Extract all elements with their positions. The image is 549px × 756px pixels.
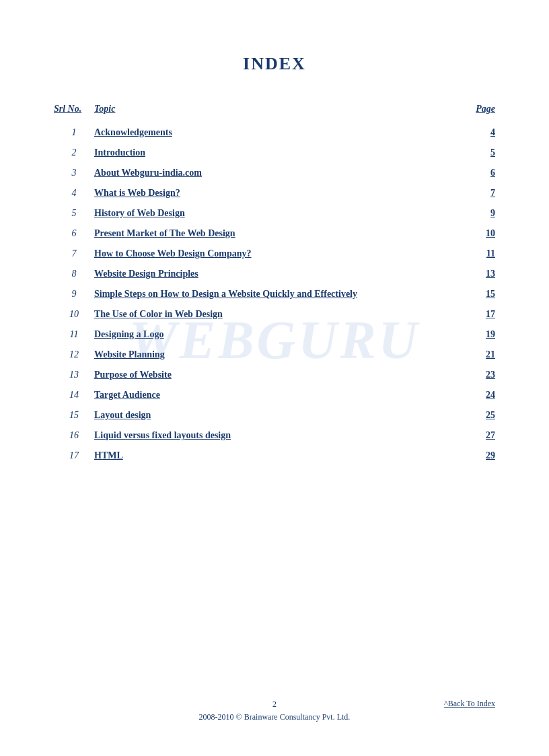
table-row: 5History of Web Design9 [54,203,495,224]
topic-cell: Website Planning [94,345,455,365]
table-row: 8Website Design Principles13 [54,264,495,284]
table-row: 16Liquid versus fixed layouts design27 [54,425,495,446]
page-cell: 23 [455,365,495,385]
srl-cell: 7 [54,244,94,264]
table-row: 13Purpose of Website23 [54,365,495,385]
page-cell: 19 [455,324,495,345]
page-link[interactable]: 24 [486,390,495,400]
page: WEBGURU INDEX Srl No. Topic Page 1Acknow… [0,0,549,756]
page-link[interactable]: 9 [490,208,495,218]
topic-cell: Target Audience [94,385,455,405]
srl-cell: 17 [54,446,94,466]
page-link[interactable]: 7 [490,188,495,198]
topic-link[interactable]: History of Web Design [94,208,185,218]
srl-cell: 11 [54,324,94,345]
table-row: 6Present Market of The Web Design10 [54,224,495,244]
page-link[interactable]: 15 [486,289,495,299]
topic-cell: Simple Steps on How to Design a Website … [94,284,455,304]
topic-link[interactable]: Present Market of The Web Design [94,228,235,238]
topic-link[interactable]: Acknowledgements [94,127,172,137]
srl-cell: 10 [54,304,94,324]
page-link[interactable]: 17 [486,309,495,319]
page-cell: 6 [455,163,495,183]
topic-link[interactable]: Simple Steps on How to Design a Website … [94,289,357,299]
topic-link[interactable]: Purpose of Website [94,370,172,380]
srl-cell: 15 [54,405,94,425]
page-cell: 10 [455,224,495,244]
table-row: 4What is Web Design?7 [54,183,495,203]
topic-cell: Purpose of Website [94,365,455,385]
srl-cell: 5 [54,203,94,224]
srl-cell: 14 [54,385,94,405]
topic-link[interactable]: What is Web Design? [94,188,180,198]
topic-link[interactable]: Target Audience [94,390,160,400]
topic-cell: What is Web Design? [94,183,455,203]
topic-cell: Layout design [94,405,455,425]
table-row: 10The Use of Color in Web Design17 [54,304,495,324]
page-cell: 17 [455,304,495,324]
topic-link[interactable]: Layout design [94,410,151,420]
table-row: 2Introduction5 [54,143,495,163]
topic-cell: HTML [94,446,455,466]
topic-link[interactable]: How to Choose Web Design Company? [94,248,252,259]
topic-link[interactable]: Website Planning [94,349,165,359]
page-link[interactable]: 25 [486,410,495,420]
table-row: 14Target Audience24 [54,385,495,405]
footer-page-number: 2 [0,699,549,710]
page-link[interactable]: 5 [490,147,495,158]
footer: 2 2008-2010 © Brainware Consultancy Pvt.… [0,699,549,722]
page-cell: 11 [455,244,495,264]
table-row: 15Layout design25 [54,405,495,425]
srl-cell: 12 [54,345,94,365]
topic-cell: How to Choose Web Design Company? [94,244,455,264]
page-link[interactable]: 21 [486,349,495,359]
page-cell: 21 [455,345,495,365]
page-title: INDEX [54,54,495,74]
page-cell: 7 [455,183,495,203]
table-row: 1Acknowledgements4 [54,123,495,143]
page-link[interactable]: 6 [490,168,495,178]
srl-cell: 1 [54,123,94,143]
topic-cell: Designing a Logo [94,324,455,345]
page-link[interactable]: 27 [486,430,495,440]
srl-cell: 3 [54,163,94,183]
index-table: Srl No. Topic Page 1Acknowledgements42In… [54,101,495,466]
page-link[interactable]: 29 [486,450,495,460]
page-link[interactable]: 13 [486,269,495,279]
page-link[interactable]: 19 [486,329,495,339]
table-row: 12Website Planning21 [54,345,495,365]
srl-cell: 2 [54,143,94,163]
page-link[interactable]: 4 [490,127,495,137]
page-link[interactable]: 10 [486,228,495,238]
topic-cell: The Use of Color in Web Design [94,304,455,324]
topic-cell: About Webguru-india.com [94,163,455,183]
topic-cell: Present Market of The Web Design [94,224,455,244]
srl-cell: 6 [54,224,94,244]
topic-link[interactable]: Introduction [94,147,145,158]
table-row: 17HTML29 [54,446,495,466]
page-cell: 9 [455,203,495,224]
table-row: 7How to Choose Web Design Company?11 [54,244,495,264]
srl-cell: 9 [54,284,94,304]
table-row: 3About Webguru-india.com6 [54,163,495,183]
page-link[interactable]: 11 [486,248,495,259]
srl-cell: 13 [54,365,94,385]
srl-cell: 8 [54,264,94,284]
topic-cell: Liquid versus fixed layouts design [94,425,455,446]
topic-link[interactable]: Liquid versus fixed layouts design [94,430,231,440]
topic-link[interactable]: Website Design Principles [94,269,198,279]
page-cell: 27 [455,425,495,446]
topic-link[interactable]: HTML [94,450,123,460]
topic-link[interactable]: About Webguru-india.com [94,168,202,178]
topic-link[interactable]: Designing a Logo [94,329,163,339]
topic-link[interactable]: The Use of Color in Web Design [94,309,223,319]
table-row: 9Simple Steps on How to Design a Website… [54,284,495,304]
page-cell: 24 [455,385,495,405]
page-header: Page [455,101,495,123]
page-cell: 4 [455,123,495,143]
srl-cell: 16 [54,425,94,446]
page-link[interactable]: 23 [486,370,495,380]
page-cell: 15 [455,284,495,304]
topic-cell: History of Web Design [94,203,455,224]
topic-cell: Introduction [94,143,455,163]
